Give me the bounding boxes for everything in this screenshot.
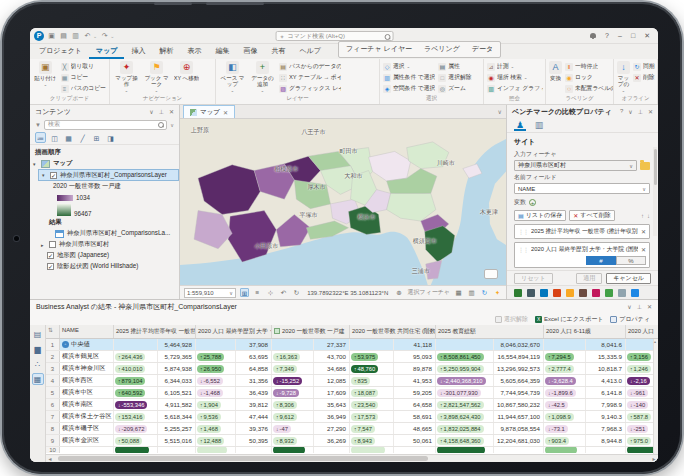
ribbon-tab-5[interactable]: 表示 xyxy=(180,44,208,59)
header-name-column[interactable]: NAME xyxy=(60,325,114,338)
ribbon-tab-9[interactable]: ヘルプ xyxy=(292,44,328,59)
list-by-editing-icon[interactable]: ╱ xyxy=(77,132,88,143)
panel-scrollbar[interactable] xyxy=(653,147,657,236)
zoom-to-selection-button[interactable]: ◎ズーム xyxy=(438,83,471,94)
fields-view-icon[interactable]: ▤ xyxy=(32,328,44,340)
move-down-icon[interactable]: ↓ xyxy=(647,213,650,219)
pin-icon[interactable]: ⊥ xyxy=(159,108,164,115)
redo-menu-chevron-icon[interactable]: ⌄ xyxy=(110,33,114,39)
list-by-selection-icon[interactable]: ▦ xyxy=(63,132,74,143)
share-icon[interactable]: ▥ xyxy=(71,31,80,40)
search-options-chevron-icon[interactable]: ∨ xyxy=(170,122,174,128)
table-vertical-scrollbar[interactable] xyxy=(653,339,658,454)
undo-menu-chevron-icon[interactable]: ⌄ xyxy=(93,33,97,39)
table-row[interactable]: 2横浜市鶴見区↑264,4365,729,365↑25,78863,695↑16… xyxy=(46,351,658,363)
copy-path-button[interactable]: ≡パスのコピー xyxy=(61,83,106,94)
map-canvas[interactable]: 上野原八王子市町田市相模原市川崎市大和市厚木市横浜市平塚市小田原市横須賀市三浦市… xyxy=(180,119,506,285)
ribbon-tab-6[interactable]: 編集 xyxy=(208,44,236,59)
help-icon[interactable]: ? xyxy=(605,32,609,39)
list-by-labeling-icon[interactable]: ◨ xyxy=(105,132,116,143)
table-row[interactable]: 1◦中央値5,464,92837,90827,33741,1188,046,03… xyxy=(46,339,658,351)
layer-checkbox[interactable] xyxy=(49,241,56,248)
bookmarks-pane-icon[interactable] xyxy=(514,289,522,297)
link-icon[interactable]: ⊕ xyxy=(394,288,403,297)
apply-button[interactable]: 適用 xyxy=(576,273,602,284)
unplaced-labels-button[interactable]: ◌未配置ラベルの表示 xyxy=(565,83,613,94)
tree-item-topo-layer[interactable]: ✓ 地形図 (Japanese) xyxy=(44,250,179,261)
add-data-path-button[interactable]: ▤パスからのデータの追加 xyxy=(279,61,341,72)
copy-button[interactable]: ▦コピー xyxy=(61,72,106,83)
table-row[interactable]: 5横浜市中区↑640,5926,105,521↓-1,46836,439↓-9,… xyxy=(46,387,658,399)
reset-button[interactable]: リセット xyxy=(514,273,553,284)
scrollbar-thumb[interactable] xyxy=(58,456,428,461)
properties-button[interactable]: プロパティ xyxy=(610,315,650,324)
map-scale-select[interactable]: 1:559,910∨ xyxy=(184,288,236,298)
header-column-2[interactable]: 2020 人口 最終学歴別 大学・大学院 xyxy=(196,325,272,338)
measure-button[interactable]: ⊿計測⌄ xyxy=(487,61,545,72)
symbology-pane-icon[interactable] xyxy=(566,289,574,297)
refresh-icon[interactable]: ↻ xyxy=(292,288,301,297)
table-row[interactable]: 7横浜市保土ケ谷区↑153,4165,618,344↑9,53647,444↑9… xyxy=(46,411,658,423)
panel-menu-chevron-icon[interactable]: ∨ xyxy=(628,108,632,115)
move-up-icon[interactable]: ↑ xyxy=(641,213,644,219)
paste-button[interactable]: ▣貼り付け⌄ xyxy=(33,61,58,87)
locate-button[interactable]: ◉場所 検索⌄ xyxy=(487,72,545,83)
chart-tool-icon[interactable]: ▥ xyxy=(533,119,545,131)
goto-xy-button[interactable]: ⊕XY へ移動 xyxy=(173,61,200,81)
pin-icon[interactable]: ⊥ xyxy=(637,303,642,310)
ribbon-tab-4[interactable]: 解析 xyxy=(152,44,180,59)
open-icon[interactable]: ▤ xyxy=(59,31,68,40)
ribbon-tab-8[interactable]: 共有 xyxy=(264,44,292,59)
table-view-icon[interactable]: ▦ xyxy=(32,373,44,385)
header-column-3[interactable]: 2020 一般世帯数 一戸建 xyxy=(272,325,350,338)
maximize-button[interactable]: □ xyxy=(631,32,635,39)
minimize-button[interactable]: – xyxy=(618,32,622,39)
catalog-pane-icon[interactable] xyxy=(553,289,561,297)
bookmarks-button[interactable]: ⚑ブック マーク⌄ xyxy=(143,61,170,93)
geoprocessing-pane-icon[interactable] xyxy=(592,289,600,297)
xy-table-button[interactable]: ∷XY テーブル → ポイント xyxy=(279,72,341,83)
panel-close-icon[interactable]: ✕ xyxy=(648,108,653,115)
raster-pane-icon[interactable] xyxy=(618,289,626,297)
clear-selection-button[interactable]: □選択解除 xyxy=(438,72,471,83)
columns-icon[interactable]: ▥ xyxy=(467,288,476,297)
ribbon-tab-2[interactable]: マップ xyxy=(89,44,125,59)
table-horizontal-scrollbar[interactable]: ◄ ► xyxy=(46,454,658,462)
header-column-1[interactable]: 2025 推計平均世帯年収 一般世帯 xyxy=(114,325,196,338)
attributes-button[interactable]: ▤属性 xyxy=(438,61,471,72)
map-coordinates[interactable]: 139.7892322°E 35.1081123°N xyxy=(305,290,390,296)
search-pane-icon[interactable] xyxy=(527,289,535,297)
table-row[interactable]: 8横浜市磯子区↓-209,6725,255,257↑1,46839,376↓-4… xyxy=(46,423,658,435)
sync-button[interactable]: ↻同期 xyxy=(633,61,655,72)
redo-icon[interactable]: ↷ xyxy=(100,31,109,40)
delete-all-button[interactable]: ✕ すべて削除 xyxy=(569,210,614,221)
toggle-percent[interactable]: % xyxy=(616,256,646,265)
select-by-attributes-button[interactable]: ▥属性条件 で選択 xyxy=(383,72,435,83)
remove-button[interactable]: ✕削除 xyxy=(633,72,655,83)
pause-labels-button[interactable]: ‖一時停止 xyxy=(565,61,613,72)
variable-card-2[interactable]: ⋮⋮2020 人口 最終学歴別 大学・大学院 (国勢調...✕#% xyxy=(514,242,650,268)
scroll-left-icon[interactable]: ◄ xyxy=(46,456,54,462)
layer-checkbox[interactable]: ✓ xyxy=(50,172,57,179)
panel-close-icon[interactable]: ✕ xyxy=(169,108,174,115)
notifications-icon[interactable] xyxy=(590,33,596,39)
header-column-5[interactable]: 2025 教育総額 xyxy=(436,325,544,338)
select-by-location-button[interactable]: ◈空間条件 で選択 xyxy=(383,83,435,94)
expand-icon[interactable]: ▾ xyxy=(42,172,47,178)
header-column-4[interactable]: 2020 一般世帯数 共同住宅 (階数不詳含む) xyxy=(350,325,436,338)
contextual-tab-1[interactable]: フィーチャ レイヤー xyxy=(341,43,417,56)
header-column-7[interactable]: 2020 人口 xyxy=(626,325,658,338)
add-data-button[interactable]: +データの 追加⌄ xyxy=(249,61,276,93)
chart-view-icon[interactable]: ▆ xyxy=(32,343,44,355)
download-map-button[interactable]: ↓マップの ダウンロード⌄ xyxy=(617,61,630,93)
expand-icon[interactable]: ▾ xyxy=(33,161,38,167)
drag-handle-icon[interactable]: ⋮⋮ xyxy=(518,228,528,235)
image-pane-icon[interactable] xyxy=(605,289,613,297)
scatter-view-icon[interactable]: ∴ xyxy=(32,358,44,370)
sync-icon[interactable]: ↻ xyxy=(480,288,489,297)
layer-checkbox[interactable]: ✓ xyxy=(47,263,54,270)
toggle-count[interactable]: # xyxy=(586,256,616,265)
name-field-select[interactable]: NAME∨ xyxy=(514,183,650,194)
previous-extent-icon[interactable]: ↶ xyxy=(279,288,288,297)
save-list-button[interactable]: ▤ リストの保存 xyxy=(514,210,566,221)
